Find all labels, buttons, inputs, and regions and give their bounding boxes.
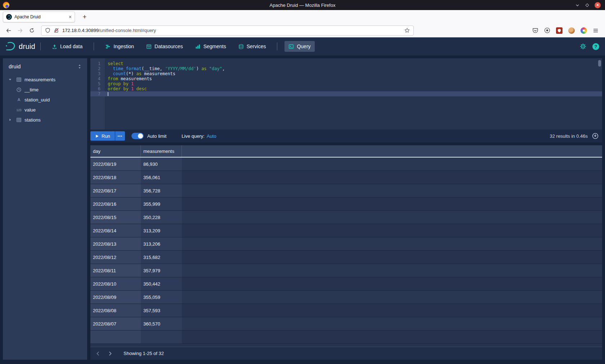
cell-day[interactable]: 2022/08/15 [90, 211, 141, 224]
window-shade-icon[interactable] [575, 3, 580, 8]
cell-measurements[interactable]: 356,728 [141, 184, 182, 197]
segments-icon [195, 44, 201, 49]
cell-day[interactable]: 2022/08/17 [90, 184, 141, 197]
bookmark-star-icon[interactable] [404, 28, 410, 33]
load-data-icon [52, 44, 57, 49]
run-label: Run [102, 133, 110, 139]
editor-scrollbar[interactable] [598, 60, 601, 67]
double-caret-icon [77, 64, 82, 69]
settings-gear-icon[interactable] [580, 43, 586, 50]
tree-item-value[interactable]: 123value [3, 105, 87, 115]
nav-label: Datasources [154, 44, 183, 49]
code-line[interactable]: select [105, 61, 602, 66]
cell-day[interactable]: 2022/08/09 [90, 291, 141, 304]
help-icon[interactable]: ? [592, 43, 599, 50]
extension-badge-icon[interactable] [544, 27, 550, 33]
cell-day[interactable]: 2022/08/08 [90, 304, 141, 317]
nav-query[interactable]: Query [284, 41, 314, 52]
new-tab-button[interactable]: + [80, 12, 89, 22]
schema-selector[interactable]: druid [3, 58, 87, 73]
cell-measurements[interactable]: 360,570 [141, 317, 182, 330]
column-header-filler [182, 145, 602, 157]
nav-segments[interactable]: Segments [191, 41, 230, 52]
insecure-lock-icon[interactable] [54, 28, 59, 33]
table-row: 2022/08/11357,979 [90, 264, 602, 277]
cell-measurements[interactable]: 350,442 [141, 277, 182, 290]
cell-measurements[interactable]: 315,682 [141, 251, 182, 264]
tab-close-icon[interactable]: × [69, 14, 72, 19]
prev-page-icon[interactable] [95, 351, 100, 356]
cell-day[interactable]: 2022/08/11 [90, 264, 141, 277]
code-line[interactable]: time_format(__time, 'YYYY/MM/dd') as "da… [105, 66, 602, 71]
cell-filler [182, 158, 602, 170]
sql-editor[interactable]: 1234567 select time_format(__time, 'YYYY… [90, 58, 602, 129]
ublock-origin-icon[interactable] [556, 27, 563, 34]
tree-item---time[interactable]: __time [3, 85, 87, 95]
code-line[interactable]: group by 1 [105, 81, 602, 86]
url-text: 172.18.0.4:30899/unified-console.html#qu… [62, 28, 156, 33]
nav-load-data[interactable]: Load data [48, 41, 86, 52]
cell-measurements[interactable]: 356,061 [141, 171, 182, 184]
cell-measurements[interactable]: 350,228 [141, 211, 182, 224]
editor-code: select time_format(__time, 'YYYY/MM/dd')… [105, 58, 602, 129]
cell-measurements[interactable]: 86,930 [141, 158, 182, 170]
nav-ingestion[interactable]: Ingestion [101, 41, 138, 52]
forward-button[interactable] [15, 26, 25, 36]
tree-item-station-uuid[interactable]: Astation_uuid [3, 95, 87, 105]
druid-brand[interactable]: druid [5, 42, 35, 51]
live-query-value[interactable]: Auto [207, 133, 216, 139]
reload-button[interactable] [27, 26, 37, 36]
cell-measurements[interactable]: 355,059 [141, 291, 182, 304]
url-path: /unified-console.html#query [99, 28, 156, 33]
cell-day[interactable]: 2022/08/07 [90, 317, 141, 330]
profile-avatar[interactable] [568, 27, 575, 34]
caret-down-icon [7, 77, 13, 82]
column-header-measurements[interactable]: measurements [141, 145, 182, 157]
cell-measurements[interactable]: 313,209 [141, 224, 182, 237]
window-close-button[interactable]: × [595, 2, 601, 8]
cell-day[interactable]: 2022/08/13 [90, 237, 141, 250]
nav-services[interactable]: Services [234, 41, 270, 52]
nav-datasources[interactable]: Datasources [142, 41, 187, 52]
services-icon [238, 44, 244, 49]
column-header-day[interactable]: day [90, 145, 141, 157]
tree-item-stations[interactable]: stations [3, 115, 87, 125]
tree-item-measurements[interactable]: measurements [3, 74, 87, 85]
cell-day[interactable]: 2022/08/19 [90, 158, 141, 170]
browser-tab[interactable]: Apache Druid × [3, 12, 75, 22]
code-line[interactable]: order by 1 desc [105, 86, 602, 91]
pinwheel-extension-icon[interactable] [581, 27, 587, 34]
code-line[interactable]: count(*) as measurements [105, 71, 602, 76]
cell-day[interactable]: 2022/08/14 [90, 224, 141, 237]
back-button[interactable] [4, 26, 14, 36]
tracking-shield-icon[interactable] [45, 28, 50, 33]
cell-filler [182, 317, 602, 330]
tree-item-label: measurements [24, 77, 55, 82]
url-bar[interactable]: 172.18.0.4:30899/unified-console.html#qu… [41, 26, 414, 36]
cell-measurements[interactable]: 313,206 [141, 237, 182, 250]
menu-icon[interactable] [593, 28, 599, 33]
next-page-icon[interactable] [108, 351, 113, 356]
pagination-status: Showing 1-25 of 32 [124, 351, 164, 356]
run-button[interactable]: Run [90, 131, 115, 141]
auto-limit-toggle[interactable] [131, 133, 144, 139]
cell-day[interactable]: 2022/08/12 [90, 251, 141, 264]
run-more-button[interactable]: ••• [115, 131, 125, 141]
cell-measurements[interactable]: 355,999 [141, 197, 182, 210]
window-maximize-icon[interactable] [585, 3, 589, 7]
firefox-window: Apache Druid — Mozilla Firefox × Apache … [0, 0, 605, 364]
download-icon[interactable] [592, 133, 599, 139]
pocket-icon[interactable] [532, 27, 538, 33]
cell-measurements[interactable]: 357,979 [141, 264, 182, 277]
table-row: 2022/08/18356,061 [90, 171, 602, 184]
cell-day[interactable]: 2022/08/10 [90, 277, 141, 290]
url-host: 172.18.0.4:30899 [62, 28, 99, 33]
string-type-icon: A [15, 97, 22, 103]
code-line[interactable] [105, 91, 602, 96]
cell-day[interactable]: 2022/08/16 [90, 197, 141, 210]
tab-title: Apache Druid [14, 14, 66, 19]
cell-measurements[interactable]: 357,593 [141, 304, 182, 317]
cell-day[interactable]: 2022/08/18 [90, 171, 141, 184]
code-line[interactable]: from measurements [105, 76, 602, 81]
schema-name: druid [9, 63, 21, 69]
